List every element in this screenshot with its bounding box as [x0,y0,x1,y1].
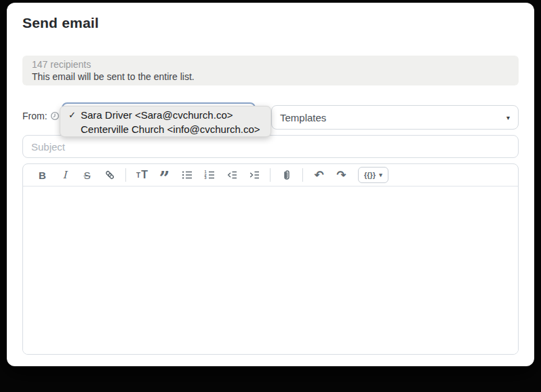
link-icon [104,169,116,181]
bold-button[interactable]: B [35,166,49,184]
undo-button[interactable]: ↶ [312,166,326,184]
redo-button[interactable]: ↷ [334,166,348,184]
from-dropdown-menu: ✓ Sara Driver <Sara@cvchurch.co> Centerv… [60,106,271,137]
templates-select[interactable]: Templates ▾ [271,105,519,130]
quote-button[interactable]: ” [157,166,172,184]
subject-input[interactable] [22,135,519,158]
outdent-button[interactable] [224,166,239,184]
recipients-banner: 147 recipients This email will be sent t… [22,56,519,85]
bullet-list-icon [181,169,193,181]
outdent-icon [226,169,238,181]
option-label: Centerville Church <info@cvchurch.co> [81,123,260,135]
editor-body[interactable] [23,187,518,355]
indent-button[interactable] [247,166,261,184]
merge-tag-button[interactable]: {{}} ▾ [358,167,388,183]
numbered-list-button[interactable]: 1 2 3 [202,166,216,184]
svg-text:3: 3 [204,176,206,180]
strikethrough-button[interactable]: S [80,166,94,184]
indent-icon [248,169,260,181]
quote-icon: ” [159,176,170,182]
merge-tag-icon: {{}} [364,171,376,179]
italic-button[interactable]: I [58,166,72,184]
bullet-list-button[interactable] [180,166,194,184]
editor-toolbar: B I S TT ” [23,164,518,187]
templates-label: Templates [280,112,326,123]
link-button[interactable] [102,166,117,184]
rich-text-editor: B I S TT ” [22,163,519,355]
toolbar-divider [302,168,303,182]
font-size-button[interactable]: TT [135,166,149,184]
undo-icon: ↶ [314,168,323,182]
option-label: Sara Driver <Sara@cvchurch.co> [81,109,233,121]
page-title: Send email [22,3,519,31]
numbered-list-icon: 1 2 3 [203,169,216,181]
from-label: From: [22,104,47,128]
redo-icon: ↷ [336,168,346,182]
send-email-modal: Send email 147 recipients This email wil… [7,3,534,366]
attach-file-button[interactable] [279,166,294,184]
recipients-count: 147 recipients [32,58,509,71]
chevron-down-icon: ▾ [506,114,510,121]
font-size-icon: T [136,172,140,179]
clock-icon [50,111,60,121]
toolbar-divider [125,168,126,182]
from-option-centerville[interactable]: Centerville Church <info@cvchurch.co> [60,122,270,136]
checkmark-icon: ✓ [68,110,81,120]
from-option-sara[interactable]: ✓ Sara Driver <Sara@cvchurch.co> [60,108,270,122]
toolbar-divider [270,168,270,182]
paperclip-icon [281,169,293,181]
recipients-message: This email will be sent to the entire li… [32,71,509,83]
chevron-down-icon: ▾ [379,172,382,178]
